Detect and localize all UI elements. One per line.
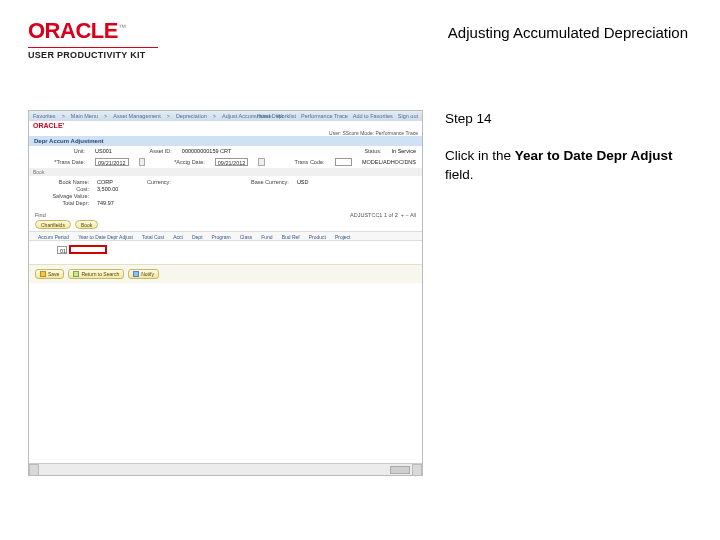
instruction-target: Year to Date Depr Adjust (515, 148, 673, 163)
tab-project[interactable]: Project (332, 234, 354, 240)
value-asset: 000000000159 CRT (182, 148, 231, 154)
tab-product[interactable]: Product (306, 234, 329, 240)
tab-bud-ref[interactable]: Bud Ref (279, 234, 303, 240)
logo-subtitle: USER PRODUCTIVITY KIT (28, 50, 168, 60)
save-icon (40, 271, 46, 277)
link-add-fav[interactable]: Add to Favorites (353, 113, 393, 119)
app-brand: ORACLE' (33, 122, 64, 129)
content-title: Depr Accum Adjustment (29, 136, 422, 146)
link-home[interactable]: Home (257, 113, 272, 119)
tab-dept[interactable]: Dept (189, 234, 206, 240)
page-title: Adjusting Accumulated Depreciation (192, 18, 692, 41)
value-total-depr: 749.97 (97, 200, 114, 206)
link-perf-trace[interactable]: Performance Trace (301, 113, 348, 119)
value-base-currency: USD (297, 179, 309, 185)
chartfields-button[interactable]: Chartfields (35, 220, 71, 229)
column-tabs: Accum Period Year to Date Depr Adjust To… (29, 231, 422, 241)
calendar-icon[interactable] (139, 158, 145, 166)
save-button-label: Save (48, 271, 59, 277)
label-unit: Unit: (35, 148, 85, 154)
tab-acct[interactable]: Acct (170, 234, 186, 240)
grid-accum-period-cell[interactable]: 01 (57, 246, 67, 254)
tab-accum-period[interactable]: Accum Period (35, 234, 72, 240)
section-book: Book (29, 168, 422, 176)
scroll-right-button[interactable] (412, 464, 422, 476)
find-label: Find (35, 212, 46, 218)
input-trans-code[interactable] (335, 158, 352, 166)
link-worklist[interactable]: Worklist (277, 113, 296, 119)
save-button[interactable]: Save (35, 269, 64, 279)
step-number: Step 14 (445, 110, 692, 129)
instruction-pre: Click in the (445, 148, 515, 163)
label-asset: Asset ID: (122, 148, 172, 154)
value-rate-type: MODEL/ADHOC/DNS (362, 159, 416, 165)
tab-class[interactable]: Class (237, 234, 256, 240)
label-trans-date: *Trans Date: (35, 159, 85, 165)
scroll-thumb[interactable] (390, 466, 410, 474)
label-base-currency: Base Currency: (239, 179, 289, 185)
tab-program[interactable]: Program (209, 234, 234, 240)
app-screenshot: Favorites > Main Menu > Asset Management… (28, 110, 423, 476)
top-right-links: Home Worklist Performance Trace Add to F… (257, 113, 418, 119)
return-button-label: Return to Search (81, 271, 119, 277)
value-status: In Service (392, 148, 416, 154)
return-button[interactable]: Return to Search (68, 269, 124, 279)
calendar-icon[interactable] (258, 158, 264, 166)
label-total-depr: Total Depr: (39, 200, 89, 206)
label-salvage: Salvage Value: (39, 193, 89, 199)
value-book-name: CORP (97, 179, 113, 185)
oracle-wordmark: ORACLE™ (28, 18, 168, 44)
input-trans-date[interactable]: 09/21/2012 (95, 158, 129, 166)
label-acct-date: *Acctg Date: (155, 159, 205, 165)
trademark-symbol: ™ (118, 23, 126, 32)
notify-button[interactable]: Notify (128, 269, 159, 279)
tab-total-cost[interactable]: Total Cost (139, 234, 167, 240)
breadcrumb-item[interactable]: Favorites (33, 113, 56, 119)
instruction-post: field. (445, 167, 474, 182)
breadcrumb: Favorites > Main Menu > Asset Management… (29, 111, 422, 121)
breadcrumb-item[interactable]: Asset Management (113, 113, 160, 119)
ytd-depr-adjust-field[interactable] (69, 245, 107, 254)
grid-row: 01 (29, 241, 422, 264)
link-signout[interactable]: Sign out (398, 113, 418, 119)
notify-icon (133, 271, 139, 277)
brand-logo: ORACLE™ USER PRODUCTIVITY KIT (28, 18, 168, 60)
breadcrumb-item[interactable]: Main Menu (71, 113, 98, 119)
notify-button-label: Notify (141, 271, 154, 277)
return-icon (73, 271, 79, 277)
logo-divider (28, 47, 158, 48)
value-cost: 3,500.00 (97, 186, 118, 192)
value-unit: US001 (95, 148, 112, 154)
find-controls[interactable]: + − All (401, 212, 416, 218)
scroll-left-button[interactable] (29, 464, 39, 476)
label-book-name: Book Name: (39, 179, 89, 185)
label-currency: Currency: (121, 179, 171, 185)
tab-ytd-depr-adjust[interactable]: Year to Date Depr Adjust (75, 234, 136, 240)
horizontal-scrollbar[interactable] (29, 463, 422, 475)
tab-fund[interactable]: Fund (258, 234, 275, 240)
label-trans-code: Trans Code: (275, 159, 325, 165)
input-acct-date[interactable]: 09/21/2012 (215, 158, 249, 166)
find-counter: ADJUSTCC1 1 of 2 (350, 212, 398, 218)
oracle-wordmark-text: ORACLE (28, 18, 118, 43)
breadcrumb-item[interactable]: Depreciation (176, 113, 207, 119)
instruction-text: Click in the Year to Date Depr Adjust fi… (445, 147, 692, 185)
label-cost: Cost: (39, 186, 89, 192)
book-button[interactable]: Book (75, 220, 98, 229)
label-status: Status: (332, 148, 382, 154)
